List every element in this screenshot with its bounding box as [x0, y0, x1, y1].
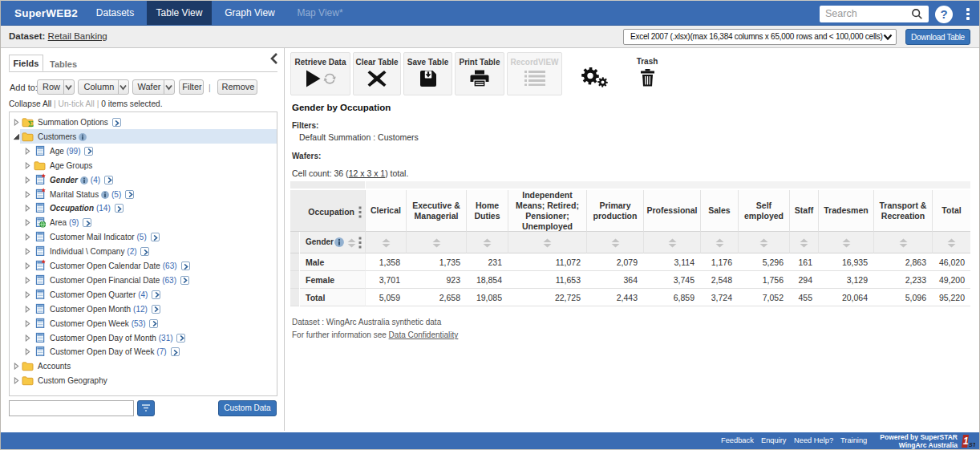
svg-text:ST: ST [969, 442, 975, 448]
svg-text:1: 1 [963, 436, 969, 447]
svg-text:Σ: Σ [28, 119, 34, 128]
